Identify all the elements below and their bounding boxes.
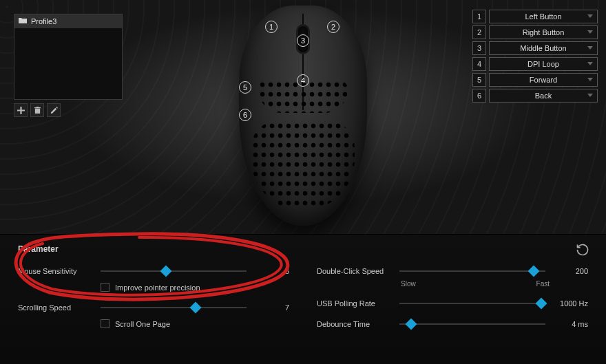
checkbox-label: Improve pointer precision — [115, 283, 200, 292]
param-label: Debounce Time — [317, 320, 393, 328]
profile-name: Profile3 — [31, 17, 56, 25]
map-num: 2 — [472, 25, 486, 39]
mouse-diagram: 1 2 3 4 5 6 — [224, 6, 382, 236]
map-row-5: 5 Forward — [472, 73, 598, 87]
folder-icon — [19, 17, 27, 25]
profile-item-selected[interactable]: Profile3 — [14, 14, 122, 28]
map-select-6[interactable]: Back — [489, 89, 598, 103]
callout-1: 1 — [265, 21, 278, 33]
scroll-one-page-checkbox[interactable] — [101, 319, 109, 328]
reset-button[interactable] — [576, 243, 591, 258]
param-col-right: Double-Click Speed 200 Slow Fast USB Pol… — [317, 266, 588, 329]
param-value: 4 ms — [552, 320, 588, 328]
param-value: 1000 Hz — [552, 299, 588, 308]
chevron-down-icon — [587, 14, 593, 18]
param-double-click: Double-Click Speed 200 — [317, 266, 588, 276]
button-mapping-list: 1 Left Button 2 Right Button 3 Middle Bu… — [472, 10, 598, 103]
param-polling-rate: USB Polling Rate 1000 Hz — [317, 299, 588, 308]
polling-rate-slider[interactable] — [399, 299, 545, 308]
map-row-1: 1 Left Button — [472, 10, 598, 23]
upper-panel: Profile3 1 2 3 4 5 6 1 Left Button — [0, 0, 606, 234]
callout-2: 2 — [327, 21, 339, 33]
param-label: Double-Click Speed — [317, 267, 393, 275]
mouse-sensitivity-slider[interactable] — [101, 266, 247, 276]
callout-6: 6 — [239, 109, 251, 121]
param-value: 6 — [253, 267, 289, 275]
map-num: 4 — [472, 57, 486, 71]
param-value: 200 — [552, 267, 588, 275]
param-value: 7 — [253, 303, 289, 312]
map-row-2: 2 Right Button — [472, 25, 598, 39]
param-mouse-sensitivity: Mouse Sensitivity 6 — [18, 266, 289, 276]
chevron-down-icon — [587, 78, 593, 81]
chevron-down-icon — [587, 46, 593, 50]
add-profile-button[interactable] — [14, 103, 28, 117]
map-num: 3 — [472, 41, 486, 55]
scroll-one-page-row: Scroll One Page — [101, 319, 289, 328]
map-select-4[interactable]: DPI Loop — [489, 57, 598, 71]
map-select-1[interactable]: Left Button — [489, 10, 598, 23]
param-col-left: Mouse Sensitivity 6 Improve pointer prec… — [18, 266, 289, 329]
map-row-3: 3 Middle Button — [472, 41, 598, 55]
double-click-sublabels: Slow Fast — [401, 280, 550, 288]
profile-list: Profile3 — [14, 14, 123, 100]
improve-precision-checkbox[interactable] — [101, 283, 109, 292]
map-num: 6 — [472, 89, 486, 103]
map-row-4: 4 DPI Loop — [472, 57, 598, 71]
delete-profile-button[interactable] — [30, 103, 44, 117]
param-scrolling-speed: Scrolling Speed 7 — [18, 303, 289, 312]
scrolling-speed-slider[interactable] — [101, 303, 247, 312]
debounce-slider[interactable] — [399, 319, 545, 329]
chevron-down-icon — [587, 62, 593, 65]
param-label: Mouse Sensitivity — [18, 267, 94, 275]
map-select-2[interactable]: Right Button — [489, 25, 598, 39]
panel-title: Parameter — [18, 244, 588, 254]
checkbox-label: Scroll One Page — [115, 320, 170, 328]
map-row-6: 6 Back — [472, 89, 598, 103]
map-num: 1 — [472, 10, 486, 23]
improve-precision-row: Improve pointer precision — [101, 283, 289, 292]
chevron-down-icon — [587, 94, 593, 97]
double-click-slider[interactable] — [399, 266, 545, 276]
param-label: USB Polling Rate — [317, 299, 393, 308]
param-debounce: Debounce Time 4 ms — [317, 319, 588, 329]
map-num: 5 — [472, 73, 486, 87]
param-label: Scrolling Speed — [18, 303, 94, 312]
edit-profile-button[interactable] — [47, 103, 61, 117]
chevron-down-icon — [587, 30, 593, 34]
callout-3: 3 — [297, 34, 309, 47]
parameter-panel: Parameter Mouse Sensitivity 6 Improve po… — [0, 234, 606, 364]
callout-4: 4 — [297, 74, 309, 87]
callout-5: 5 — [239, 81, 251, 94]
map-select-5[interactable]: Forward — [489, 73, 598, 87]
map-select-3[interactable]: Middle Button — [489, 41, 598, 55]
